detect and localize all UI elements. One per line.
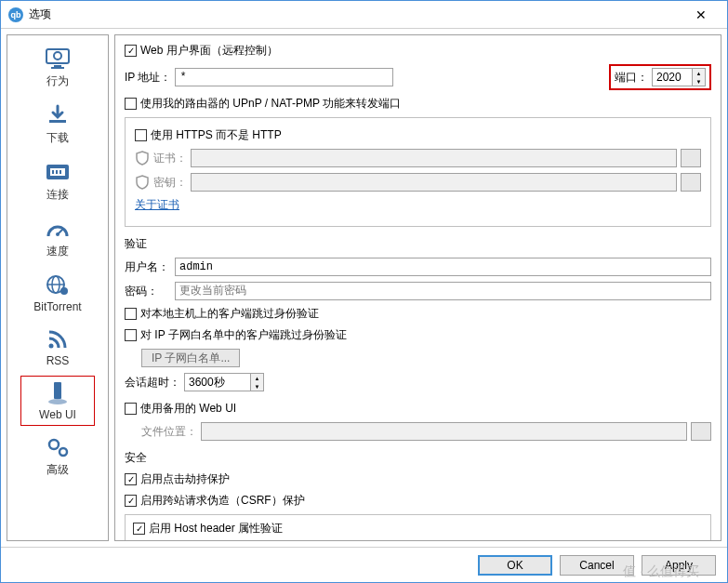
host-header-label: 启用 Host header 属性验证	[149, 521, 283, 537]
upnp-label: 使用我的路由器的 UPnP / NAT-PMP 功能来转发端口	[140, 96, 401, 112]
bypass-whitelist-checkbox[interactable]	[125, 329, 137, 341]
svg-rect-8	[56, 170, 58, 174]
svg-point-18	[48, 399, 67, 404]
cancel-button[interactable]: Cancel	[560, 555, 634, 576]
username-label: 用户名：	[125, 259, 171, 275]
password-input[interactable]	[175, 282, 711, 300]
sidebar-item-rss[interactable]: RSS	[20, 322, 95, 372]
enable-webui-checkbox[interactable]: ✓	[125, 45, 137, 57]
sidebar-item-label: BitTorrent	[33, 300, 81, 313]
svg-rect-9	[60, 170, 61, 174]
svg-rect-4	[49, 120, 66, 123]
svg-point-19	[49, 440, 59, 449]
whitelist-button[interactable]: IP 子网白名单...	[141, 349, 240, 367]
footer: OK Cancel Apply 值 · 么值得买	[1, 547, 727, 582]
about-cert-link[interactable]: 关于证书	[135, 197, 179, 213]
options-window: qb 选项 ✕ 行为 下载 连接	[0, 0, 728, 583]
sidebar-item-label: 连接	[46, 187, 69, 203]
auth-title: 验证	[125, 236, 711, 252]
svg-line-11	[58, 229, 63, 234]
key-browse-button[interactable]	[681, 173, 701, 192]
sidebar-item-label: 下载	[46, 130, 69, 146]
down-arrow-icon[interactable]: ▼	[251, 382, 263, 391]
https-section: 使用 HTTPS 而不是 HTTP 证书： 密钥：	[125, 117, 711, 227]
alt-path-input	[201, 422, 687, 441]
enable-webui-label: Web 用户界面（远程控制）	[140, 43, 278, 59]
port-spinner[interactable]: ▲▼	[652, 68, 706, 86]
timeout-input[interactable]	[185, 374, 250, 391]
cert-browse-button[interactable]	[681, 149, 701, 167]
key-input	[191, 173, 677, 192]
bypass-local-checkbox[interactable]	[125, 308, 137, 320]
sidebar-item-connection[interactable]: 连接	[20, 154, 95, 207]
svg-point-15	[60, 287, 68, 295]
shield-icon	[135, 151, 150, 166]
clickjack-label: 启用点击劫持保护	[140, 471, 230, 487]
svg-point-1	[54, 52, 61, 60]
sidebar-item-bittorrent[interactable]: BitTorrent	[20, 268, 95, 318]
port-input[interactable]	[653, 69, 692, 86]
body: 行为 下载 连接 速度	[1, 29, 727, 547]
password-label: 密码：	[125, 284, 171, 299]
apply-button[interactable]: Apply	[642, 555, 716, 576]
security-title: 安全	[125, 450, 711, 466]
svg-rect-17	[54, 382, 61, 399]
clickjack-checkbox[interactable]: ✓	[125, 473, 137, 485]
sidebar-item-behavior[interactable]: 行为	[20, 41, 95, 94]
ok-button[interactable]: OK	[478, 555, 552, 576]
gear-monitor-icon	[43, 46, 73, 72]
svg-rect-2	[54, 65, 61, 67]
alt-path-browse-button[interactable]	[691, 422, 711, 441]
rss-icon	[43, 326, 73, 352]
alt-webui-checkbox[interactable]	[125, 403, 137, 415]
port-label: 端口：	[615, 70, 648, 86]
window-title: 选项	[29, 7, 682, 22]
alt-path-label: 文件位置：	[141, 424, 197, 440]
up-arrow-icon[interactable]: ▲	[693, 69, 705, 77]
content-panel: ✓ Web 用户界面（远程控制） IP 地址： 端口： ▲▼ 使用我的路由器的 …	[114, 34, 721, 541]
port-highlight: 端口： ▲▼	[609, 64, 711, 90]
svg-point-16	[49, 344, 54, 349]
close-button[interactable]: ✕	[682, 2, 720, 28]
cert-input	[191, 149, 677, 167]
svg-point-20	[60, 448, 67, 456]
https-checkbox[interactable]	[135, 129, 147, 141]
key-label: 密钥：	[153, 175, 187, 191]
csrf-checkbox[interactable]: ✓	[125, 495, 137, 507]
ip-label: IP 地址：	[125, 70, 171, 86]
csrf-label: 启用跨站请求伪造（CSRF）保护	[140, 493, 305, 509]
sidebar-item-downloads[interactable]: 下载	[20, 98, 95, 151]
sidebar-item-webui[interactable]: Web UI	[20, 376, 95, 426]
up-arrow-icon[interactable]: ▲	[251, 374, 263, 382]
ip-input[interactable]	[175, 68, 392, 86]
server-icon	[43, 380, 73, 406]
sidebar-item-advanced[interactable]: 高级	[20, 430, 95, 483]
down-arrow-icon[interactable]: ▼	[693, 77, 705, 86]
sidebar-item-speed[interactable]: 速度	[20, 211, 95, 264]
globe-gear-icon	[43, 272, 73, 298]
sidebar-item-label: RSS	[46, 354, 70, 367]
ethernet-icon	[43, 159, 73, 185]
alt-webui-label: 使用备用的 Web UI	[140, 401, 236, 417]
cert-label: 证书：	[153, 151, 187, 166]
username-input[interactable]	[175, 258, 711, 276]
sidebar-item-label: 行为	[46, 73, 69, 89]
timeout-spinner[interactable]: ▲▼	[184, 373, 264, 391]
titlebar: qb 选项 ✕	[1, 1, 727, 29]
upnp-checkbox[interactable]	[125, 98, 137, 110]
svg-rect-7	[52, 170, 54, 174]
sidebar-item-label: 高级	[46, 462, 69, 478]
sidebar-item-label: Web UI	[39, 408, 76, 421]
sidebar: 行为 下载 连接 速度	[7, 34, 109, 541]
gauge-icon	[43, 216, 73, 242]
gears-icon	[43, 434, 73, 460]
shield-icon	[135, 175, 150, 190]
host-header-checkbox[interactable]: ✓	[133, 523, 145, 535]
app-icon: qb	[8, 7, 23, 22]
svg-rect-3	[51, 67, 64, 69]
bypass-whitelist-label: 对 IP 子网白名单中的客户端跳过身份验证	[140, 327, 347, 343]
sidebar-item-label: 速度	[46, 244, 69, 259]
bypass-local-label: 对本地主机上的客户端跳过身份验证	[140, 306, 319, 322]
timeout-label: 会话超时：	[125, 375, 180, 391]
https-label: 使用 HTTPS 而不是 HTTP	[151, 127, 282, 143]
